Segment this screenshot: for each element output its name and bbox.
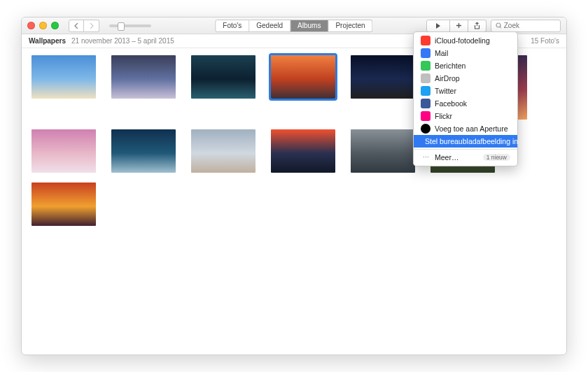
album-date-range: 21 november 2013 – 5 april 2015 [71,37,174,45]
service-icon [421,99,430,108]
service-icon [421,111,430,121]
thumbnail[interactable] [111,55,176,99]
menu-item-label: Facebook [435,99,467,108]
service-icon [421,86,430,96]
service-icon [421,73,430,83]
play-button[interactable] [426,20,450,32]
menu-item-label: Twitter [435,87,456,95]
share-menu-item[interactable]: Twitter [414,85,517,97]
menu-item-label: Stel bureaubladafbeelding in [425,137,518,145]
menu-item-label: AirDrop [435,74,460,83]
add-button[interactable] [450,20,468,32]
share-menu: iCloud-fotodelingMailBerichtenAirDropTwi… [413,31,518,166]
close-icon[interactable] [27,22,35,29]
thumbnail[interactable] [31,183,96,226]
svg-line-1 [500,27,501,28]
svg-point-0 [496,23,500,27]
nav-back-forward [69,20,99,32]
share-menu-item[interactable]: Voeg toe aan Aperture [414,122,517,135]
menu-item-label: Meer… [435,153,458,162]
menu-item-label: Mail [435,49,448,57]
window-controls [27,22,59,29]
service-icon [421,124,430,134]
zoom-slider[interactable] [109,24,151,27]
photo-count: 15 Foto's [531,37,559,45]
search-icon [496,22,501,29]
share-menu-more[interactable]: ⋯Meer…1 nieuw [414,149,517,164]
share-menu-item[interactable]: AirDrop [414,72,517,85]
thumbnail[interactable] [351,129,415,173]
share-button[interactable] [468,20,486,32]
menu-item-label: Berichten [435,62,465,70]
search-field[interactable] [491,20,561,32]
share-menu-item-highlighted[interactable]: Stel bureaubladafbeelding in [414,135,517,148]
menu-item-label: iCloud-fotodeling [435,36,490,45]
more-icon: ⋯ [421,152,430,162]
thumbnail[interactable] [191,129,255,173]
thumbnail[interactable] [31,55,96,99]
zoom-icon[interactable] [51,22,59,29]
service-icon [421,48,430,58]
service-icon [421,36,430,45]
thumbnail[interactable] [271,129,335,173]
minimize-icon[interactable] [39,22,47,29]
tab-projects[interactable]: Projecten [328,20,372,32]
toolbar-right [426,20,561,32]
forward-button[interactable] [84,20,99,32]
tab-albums[interactable]: Albums [290,20,328,32]
thumbnail[interactable] [191,55,255,99]
album-title: Wallpapers [29,37,66,45]
share-menu-item[interactable]: Berichten [414,59,517,72]
menu-item-label: Flickr [435,112,452,120]
share-menu-item[interactable]: Flickr [414,110,517,122]
thumbnail[interactable] [111,129,176,173]
thumbnail[interactable] [351,55,415,99]
search-input[interactable] [504,22,556,29]
share-menu-item[interactable]: Mail [414,47,517,59]
thumbnail[interactable] [31,129,96,173]
tab-shared[interactable]: Gedeeld [249,20,290,32]
tab-photos[interactable]: Foto's [215,20,249,32]
menu-item-label: Voeg toe aan Aperture [435,124,508,133]
new-badge: 1 nieuw [483,154,510,161]
thumbnail[interactable] [271,55,335,99]
back-button[interactable] [69,20,84,32]
service-icon [421,61,430,71]
share-menu-item[interactable]: iCloud-fotodeling [414,34,517,47]
view-tabs: Foto's Gedeeld Albums Projecten [215,20,372,32]
share-menu-item[interactable]: Facebook [414,97,517,110]
